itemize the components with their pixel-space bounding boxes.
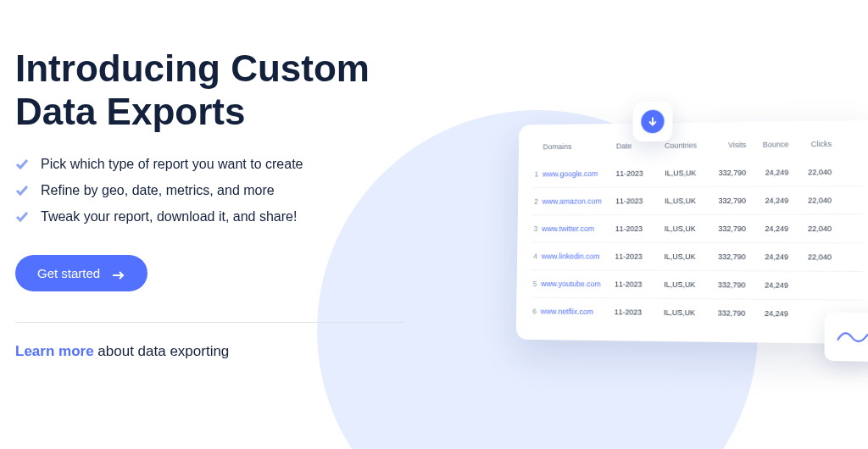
feature-text: Tweak your report, download it, and shar… bbox=[41, 209, 297, 224]
row-clicks: 22,040 bbox=[788, 196, 832, 204]
row-countries: IL,US,UK bbox=[656, 280, 703, 289]
row-domain[interactable]: www.linkedin.com bbox=[542, 252, 615, 261]
row-countries: IL,US,UK bbox=[657, 224, 704, 233]
row-countries: IL,US,UK bbox=[656, 308, 704, 318]
wave-chart-icon bbox=[825, 313, 868, 363]
heading-line-2: Data Exports bbox=[15, 91, 245, 132]
row-clicks: 22,040 bbox=[788, 252, 832, 261]
table-row: 1www.google.com11-2023IL,US,UK332,79024,… bbox=[532, 158, 863, 188]
th-domains: Domains bbox=[542, 142, 616, 152]
check-icon bbox=[15, 184, 29, 197]
feature-item: Refine by geo, date, metrics, and more bbox=[15, 183, 405, 198]
row-date: 11-2023 bbox=[615, 169, 657, 178]
row-clicks: 22,040 bbox=[788, 224, 832, 233]
row-visits: 332,790 bbox=[703, 280, 745, 289]
th-countries: Countries bbox=[657, 141, 704, 149]
row-bounce: 24,249 bbox=[745, 309, 788, 319]
feature-item: Pick which type of report you want to cr… bbox=[15, 157, 405, 172]
row-visits: 332,790 bbox=[704, 197, 746, 205]
get-started-button[interactable]: Get started bbox=[15, 255, 147, 291]
feature-text: Pick which type of report you want to cr… bbox=[41, 157, 303, 172]
th-date: Date bbox=[616, 141, 658, 150]
row-domain[interactable]: www.netflix.com bbox=[541, 308, 615, 317]
row-index: 2 bbox=[534, 197, 542, 206]
row-date: 11-2023 bbox=[615, 280, 656, 289]
heading-line-1: Introducing Custom bbox=[15, 47, 370, 89]
row-bounce: 24,249 bbox=[746, 224, 788, 233]
row-clicks: 22,040 bbox=[788, 168, 832, 176]
row-date: 11-2023 bbox=[615, 252, 656, 261]
page-heading: Introducing Custom Data Exports bbox=[15, 47, 405, 133]
row-visits: 332,790 bbox=[703, 308, 745, 318]
row-domain[interactable]: www.youtube.com bbox=[541, 280, 615, 288]
feature-list: Pick which type of report you want to cr… bbox=[15, 157, 405, 224]
row-visits: 332,790 bbox=[704, 252, 746, 261]
row-bounce: 24,249 bbox=[746, 252, 788, 261]
check-icon bbox=[15, 158, 29, 171]
table-row: 5www.youtube.com11-2023IL,US,UK332,79024… bbox=[531, 269, 863, 300]
learn-more-link[interactable]: Learn more bbox=[15, 343, 94, 359]
download-badge bbox=[632, 102, 672, 142]
row-index: 6 bbox=[532, 307, 541, 315]
row-countries: IL,US,UK bbox=[656, 252, 703, 261]
row-date: 11-2023 bbox=[615, 197, 657, 205]
row-domain[interactable]: www.twitter.com bbox=[542, 224, 615, 233]
th-bounce: Bounce bbox=[746, 140, 788, 149]
row-countries: IL,US,UK bbox=[657, 197, 704, 205]
th-visits: Visits bbox=[704, 141, 747, 149]
divider bbox=[15, 322, 405, 323]
feature-item: Tweak your report, download it, and shar… bbox=[15, 209, 405, 224]
table-row: 6www.netflix.com11-2023IL,US,UK332,79024… bbox=[531, 297, 863, 329]
row-date: 11-2023 bbox=[615, 308, 656, 316]
table-header-row: Domains Date Countries Visits Bounce Cli… bbox=[533, 132, 863, 161]
row-visits: 332,790 bbox=[704, 224, 746, 233]
row-domain[interactable]: www.amazon.com bbox=[542, 197, 616, 206]
row-countries: IL,US,UK bbox=[657, 169, 704, 177]
arrow-right-icon bbox=[112, 269, 125, 279]
table-row: 3www.twitter.com11-2023IL,US,UK332,79024… bbox=[531, 214, 862, 243]
download-icon bbox=[641, 110, 665, 134]
learn-more-text: Learn more about data exporting bbox=[15, 343, 405, 360]
row-domain[interactable]: www.google.com bbox=[542, 169, 616, 178]
button-label: Get started bbox=[37, 266, 100, 280]
report-preview-card: Domains Date Countries Visits Bounce Cli… bbox=[516, 120, 868, 344]
th-clicks: Clicks bbox=[788, 140, 832, 149]
row-bounce: 24,249 bbox=[745, 280, 788, 289]
row-bounce: 24,249 bbox=[746, 197, 788, 205]
table-row: 4www.linkedin.com11-2023IL,US,UK332,7902… bbox=[531, 242, 863, 271]
table-body: 1www.google.com11-2023IL,US,UK332,79024,… bbox=[531, 158, 863, 329]
row-bounce: 24,249 bbox=[746, 168, 788, 176]
table-row: 2www.amazon.com11-2023IL,US,UK332,79024,… bbox=[532, 186, 863, 214]
row-visits: 332,790 bbox=[704, 169, 746, 177]
learn-more-suffix: about data exporting bbox=[94, 343, 230, 359]
feature-text: Refine by geo, date, metrics, and more bbox=[41, 183, 275, 198]
row-index: 3 bbox=[534, 224, 542, 233]
row-index: 1 bbox=[534, 170, 542, 179]
check-icon bbox=[15, 210, 29, 224]
row-index: 4 bbox=[533, 252, 542, 261]
row-date: 11-2023 bbox=[615, 224, 657, 233]
row-index: 5 bbox=[533, 280, 542, 288]
